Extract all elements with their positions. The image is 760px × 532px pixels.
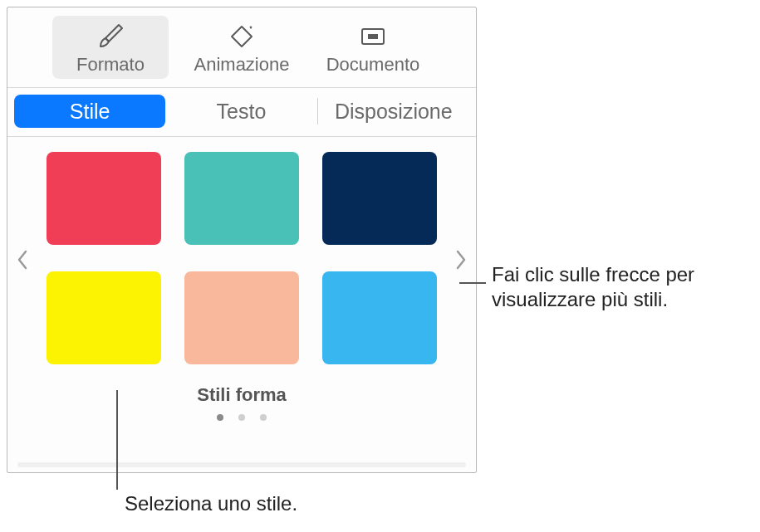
- subtab-text[interactable]: Testo: [165, 95, 316, 128]
- subtab-arrange[interactable]: Disposizione: [318, 95, 469, 128]
- callout-arrows-text: Fai clic sulle frecce per visualizzare p…: [492, 263, 694, 310]
- tab-document[interactable]: Documento: [315, 16, 431, 79]
- page-dot-2[interactable]: [238, 414, 245, 421]
- styles-prev-arrow[interactable]: [16, 249, 29, 276]
- tab-animation-label: Animazione: [194, 54, 290, 76]
- style-swatch-sky-blue[interactable]: [322, 271, 437, 364]
- tab-format-label: Formato: [76, 54, 145, 76]
- presentation-icon: [356, 21, 390, 52]
- callout-arrows: Fai clic sulle frecce per visualizzare p…: [492, 262, 749, 312]
- shape-styles-grid: [7, 152, 476, 364]
- format-inspector-panel: Formato Animazione Documento Stile: [7, 7, 477, 473]
- shape-styles-title: Stili forma: [7, 384, 476, 406]
- style-swatch-red[interactable]: [47, 152, 161, 245]
- shape-styles-section: Stili forma: [7, 137, 476, 472]
- style-swatch-navy[interactable]: [322, 152, 437, 245]
- style-swatch-teal[interactable]: [184, 152, 299, 245]
- page-dot-3[interactable]: [260, 414, 267, 421]
- subtab-style[interactable]: Stile: [14, 95, 165, 128]
- styles-page-dots: [7, 414, 476, 421]
- style-swatch-peach[interactable]: [184, 271, 299, 364]
- sub-tab-bar: Stile Testo Disposizione: [7, 88, 476, 137]
- callout-line-arrows: [459, 282, 486, 284]
- callout-line-select-style: [116, 390, 118, 490]
- subtab-style-label: Stile: [70, 100, 110, 124]
- paintbrush-icon: [94, 21, 127, 52]
- horizontal-scrollbar[interactable]: [17, 462, 466, 467]
- callout-select-style: Seleziona uno stile.: [125, 491, 297, 516]
- diamond-sparkle-icon: [225, 21, 258, 52]
- subtab-text-label: Testo: [217, 100, 267, 124]
- style-swatch-yellow[interactable]: [47, 271, 161, 364]
- tab-document-label: Documento: [326, 54, 420, 76]
- page-dot-1[interactable]: [217, 414, 223, 421]
- subtab-arrange-label: Disposizione: [335, 100, 453, 124]
- styles-next-arrow[interactable]: [454, 249, 468, 276]
- tab-animation[interactable]: Animazione: [184, 16, 300, 79]
- callout-select-style-text: Seleziona uno stile.: [125, 492, 297, 515]
- tab-format[interactable]: Formato: [52, 16, 169, 79]
- svg-rect-1: [368, 34, 378, 39]
- top-tab-bar: Formato Animazione Documento: [7, 7, 476, 88]
